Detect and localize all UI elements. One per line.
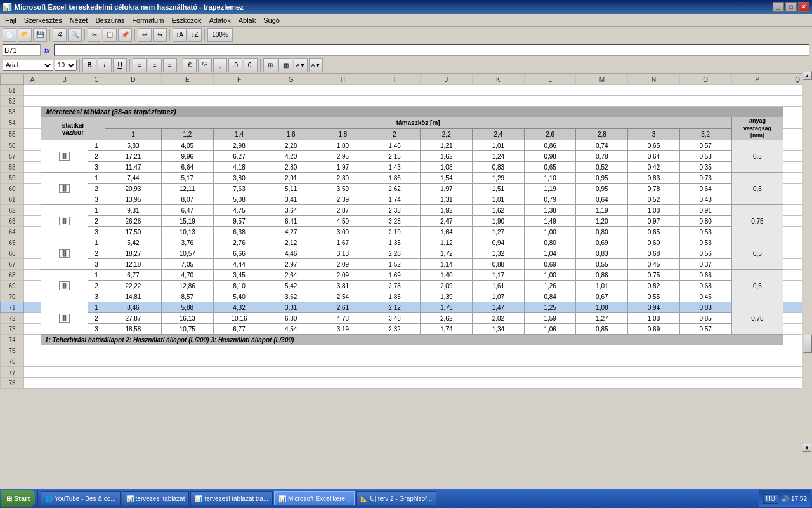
row-header-62[interactable]: 62 (1, 205, 24, 216)
row-header-68[interactable]: 68 (1, 270, 24, 281)
table-row[interactable]: 72 2 27,87 16,13 10,16 6,80 4,78 3,48 2,… (1, 313, 812, 324)
col-header-B[interactable]: B (41, 74, 88, 85)
sort-asc-button[interactable]: ↑A (173, 28, 187, 42)
minimize-button[interactable]: _ (773, 2, 784, 12)
taskbar-btn-tervezesi[interactable]: 📊 tervezesi tablazat (122, 491, 190, 505)
col-header-G[interactable]: G (265, 74, 317, 85)
col-header-E[interactable]: E (161, 74, 213, 85)
row-header-66[interactable]: 66 (1, 248, 24, 259)
col-header-A[interactable]: A (24, 74, 41, 85)
copy-button[interactable]: 📋 (103, 28, 117, 42)
menu-data[interactable]: Adatok (205, 15, 234, 25)
table-row[interactable]: 62 ▐▌ 1 9,31 6,47 4,75 3,64 2,87 2,33 1,… (1, 205, 812, 216)
row-header-64[interactable]: 64 (1, 227, 24, 237)
maximize-button[interactable]: □ (785, 2, 797, 12)
table-row[interactable]: 73 3 18,58 10,75 6,77 4,54 3,19 2,32 1,7… (1, 324, 812, 335)
print-button[interactable]: 🖨 (53, 28, 67, 42)
name-box[interactable]: B71 (3, 44, 41, 56)
col-header-C[interactable]: C (88, 74, 105, 85)
col-header-O[interactable]: O (679, 74, 731, 85)
table-row[interactable]: 67 3 12,18 7,05 4,44 2,97 2,09 1,52 1,14… (1, 259, 812, 270)
save-button[interactable]: 💾 (33, 28, 47, 42)
fx-label[interactable]: fx (43, 46, 51, 54)
undo-button[interactable]: ↩ (138, 28, 152, 42)
increase-decimal-button[interactable]: .0 (228, 58, 242, 72)
vscrollbar[interactable]: ▲ ▼ (802, 71, 812, 452)
redo-button[interactable]: ↪ (153, 28, 167, 42)
italic-button[interactable]: I (98, 58, 112, 72)
underline-button[interactable]: U (113, 58, 127, 72)
font-size-select[interactable]: 10 (55, 60, 77, 71)
row-header-67[interactable]: 67 (1, 259, 24, 270)
row-header-77[interactable]: 77 (1, 367, 24, 378)
print-preview-button[interactable]: 🔍 (68, 28, 82, 42)
row-header-63[interactable]: 63 (1, 216, 24, 227)
row-header-59[interactable]: 59 (1, 173, 24, 184)
cut-button[interactable]: ✂ (88, 28, 102, 42)
taskbar-btn-excel[interactable]: 📊 Microsoft Excel kere... (274, 491, 355, 505)
merge-button[interactable]: ⊞ (263, 58, 277, 72)
col-header-M[interactable]: M (576, 74, 628, 85)
align-right-button[interactable]: ≡ (163, 58, 177, 72)
row-header-73[interactable]: 73 (1, 324, 24, 335)
col-header-F[interactable]: F (213, 74, 265, 85)
align-center-button[interactable]: ≡ (148, 58, 162, 72)
row-header-58[interactable]: 58 (1, 162, 24, 173)
table-row[interactable]: 63 2 26,26 15,19 9,57 6,41 4,50 3,28 2,4… (1, 216, 812, 227)
row-header-76[interactable]: 76 (1, 356, 24, 367)
cell-56-sor[interactable]: 1 (88, 140, 105, 151)
table-row[interactable]: 59 ▐▌ 1 7,44 5,17 3,80 2,91 2,30 1,86 1,… (1, 173, 812, 184)
table-row[interactable]: 65 ▐▌ 1 5,42 3,76 2,76 2,12 1,67 1,35 1,… (1, 237, 812, 248)
table-row[interactable]: 71 ▐▌ 1 8,46 5,88 4,32 3,31 2,61 2,12 1,… (1, 302, 812, 313)
zoom-button[interactable]: 100% (207, 28, 233, 42)
table-row[interactable]: 69 2 22,22 12,86 8,10 5,42 3,81 2,78 2,0… (1, 281, 812, 291)
menu-file[interactable]: Fájl (1, 15, 20, 25)
menu-insert[interactable]: Beszúrás (91, 15, 128, 25)
row-header-71[interactable]: 71 (1, 302, 24, 313)
table-row[interactable]: 61 3 13,95 8,07 5,08 3,41 2,39 1,74 1,31… (1, 194, 812, 205)
row-header-75[interactable]: 75 (1, 345, 24, 356)
close-button[interactable]: ✕ (798, 2, 809, 12)
sort-desc-button[interactable]: ↓Z (188, 28, 202, 42)
formula-input[interactable] (54, 44, 809, 56)
row-header-61[interactable]: 61 (1, 194, 24, 205)
row-header-54[interactable]: 54 (1, 117, 24, 129)
bold-button[interactable]: B (82, 58, 96, 72)
row-header-52[interactable]: 52 (1, 96, 24, 107)
decrease-decimal-button[interactable]: 0. (244, 58, 258, 72)
row-header-56[interactable]: 56 (1, 140, 24, 151)
taskbar-btn-youtube[interactable]: 🌐 YouTube - Bes & co... (41, 491, 121, 505)
scroll-thumb[interactable] (803, 334, 812, 353)
paste-button[interactable]: 📌 (118, 28, 132, 42)
open-button[interactable]: 📂 (18, 28, 32, 42)
col-header-D[interactable]: D (105, 74, 161, 85)
table-row[interactable]: 66 2 18,27 10,57 6,66 4,46 3,13 2,28 1,7… (1, 248, 812, 259)
row-header-51[interactable]: 51 (1, 85, 24, 96)
col-header-K[interactable]: K (473, 74, 525, 85)
row-header-70[interactable]: 70 (1, 291, 24, 302)
taskbar-btn-graphisof[interactable]: 📐 Új terv 2 - Graphisof... (356, 491, 436, 505)
menu-help[interactable]: Súgó (259, 15, 284, 25)
table-row[interactable]: 68 ▐▌ 1 6,77 4,70 3,45 2,64 2,09 1,69 1,… (1, 270, 812, 281)
col-header-P[interactable]: P (731, 74, 783, 85)
col-header-L[interactable]: L (524, 74, 576, 85)
table-row[interactable]: 58 3 11,47 6,64 4,18 2,80 1,97 1,43 1,08… (1, 162, 812, 173)
comma-button[interactable]: , (213, 58, 227, 72)
new-button[interactable]: 📄 (3, 28, 16, 42)
col-header-J[interactable]: J (421, 74, 473, 85)
menu-tools[interactable]: Eszközök (167, 15, 205, 25)
table-row[interactable]: 57 2 17,21 9,96 6,27 4,20 2,95 2,15 1,62… (1, 151, 812, 162)
scroll-down-btn[interactable]: ▼ (802, 443, 811, 452)
row-header-57[interactable]: 57 (1, 151, 24, 162)
menu-format[interactable]: Formátum (128, 15, 167, 25)
taskbar-btn-tervezesi-tra[interactable]: 📊 tervezesi tablazat tra... (190, 491, 273, 505)
col-header-I[interactable]: I (369, 74, 421, 85)
menu-window[interactable]: Ablak (235, 15, 260, 25)
table-row[interactable]: 60 2 20,93 12,11 7,63 5,11 3,59 2,62 1,9… (1, 184, 812, 194)
row-header-55[interactable]: 55 (1, 129, 24, 140)
lang-button[interactable]: HU (763, 494, 778, 504)
border-button[interactable]: ▦ (278, 58, 292, 72)
start-button[interactable]: ⊞ Start (1, 490, 35, 507)
row-header-74[interactable]: 74 (1, 335, 24, 345)
currency-button[interactable]: € (183, 58, 197, 72)
